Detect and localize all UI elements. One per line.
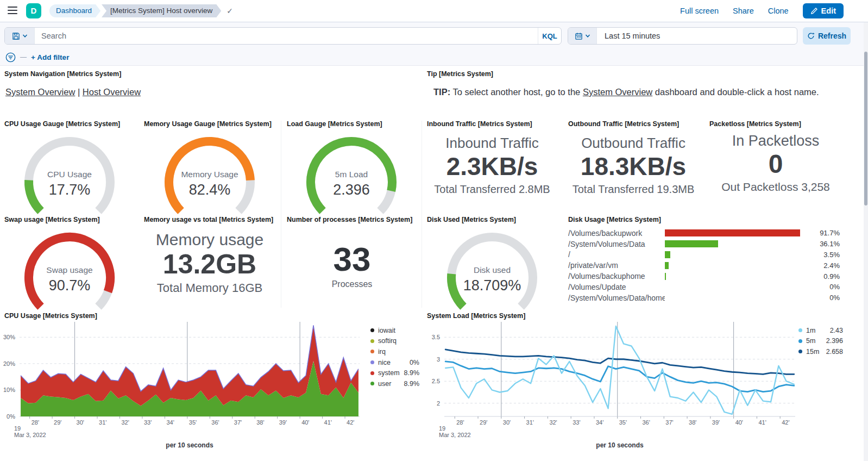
scrollbar-thumb[interactable]	[864, 52, 867, 205]
svg-text:37': 37'	[234, 419, 242, 426]
share-link[interactable]: Share	[733, 7, 754, 15]
deployment-avatar[interactable]: D	[26, 3, 41, 18]
swap-gauge-value: 90.7%	[15, 277, 124, 294]
search-input[interactable]	[35, 28, 538, 44]
refresh-button[interactable]: Refresh	[803, 27, 851, 45]
calendar-button[interactable]	[568, 28, 597, 44]
svg-text:40': 40'	[301, 419, 309, 426]
filter-dash: —	[20, 53, 27, 61]
legend-value: 8.9%	[404, 380, 420, 388]
legend-dot-icon	[798, 339, 802, 343]
legend-value: 2.396	[826, 337, 843, 345]
memory-usage-label: Memory usage	[139, 230, 280, 249]
disk-usage-bar[interactable]	[665, 273, 666, 280]
legend-item-iowait[interactable]: iowait	[370, 325, 419, 336]
kql-badge[interactable]: KQL	[538, 28, 561, 44]
svg-text:33': 33'	[144, 419, 152, 426]
disk-usage-bar-track	[665, 283, 813, 290]
cpu-usage-chart[interactable]: 0%10%20%30%28'29'30'31'32'33'34'35'36'37…	[0, 320, 422, 444]
svg-text:2: 2	[437, 400, 440, 407]
load-gauge-value: 2.396	[297, 182, 406, 198]
disk-used-gauge-label: Disk used	[438, 265, 546, 275]
breadcrumb-dashboard[interactable]: Dashboard	[49, 4, 100, 17]
panel-title-cpu-gauge: CPU Usage Gauge [Metrics System]	[4, 120, 120, 128]
panel-title-load-chart: System Load [Metrics System]	[427, 312, 525, 320]
panel-title-memory-vs-total: Memory usage vs total [Metrics System]	[144, 216, 273, 223]
disk-usage-bar-track	[665, 294, 813, 301]
legend-dot-icon	[370, 382, 374, 385]
disk-path-label: /Volumes/Update	[568, 283, 665, 291]
cpu-gauge-value: 17.7%	[15, 182, 124, 198]
clone-link[interactable]: Clone	[768, 7, 789, 15]
disk-usage-bar[interactable]	[665, 229, 800, 236]
disk-usage-bar[interactable]	[665, 240, 718, 247]
legend-item-nice[interactable]: nice0%	[370, 357, 419, 368]
time-range-value[interactable]: Last 15 minutes	[597, 28, 660, 44]
disk-usage-bar[interactable]	[665, 262, 669, 269]
disk-pct-value: 91.7%	[814, 229, 840, 237]
inbound-sub: Total Transferred 2.8MB	[422, 180, 563, 198]
edit-button[interactable]: Edit	[803, 3, 844, 18]
legend-item-irq[interactable]: irq	[370, 346, 419, 357]
packetloss-sub: Out Packetloss 3,258	[706, 178, 845, 196]
disk-path-label: /System/Volumes/Data	[568, 240, 665, 248]
breadcrumb-page-title[interactable]: [Metrics System] Host overview	[102, 4, 221, 17]
kibana-dashboard: D Dashboard [Metrics System] Host overvi…	[0, 0, 868, 461]
svg-text:19: 19	[439, 425, 445, 432]
legend-item-user[interactable]: user8.9%	[370, 378, 419, 389]
disk-usage-row: /3.5%	[568, 250, 840, 260]
svg-text:34': 34'	[166, 419, 174, 426]
saved-query-button[interactable]	[5, 28, 35, 44]
legend-value: 8.9%	[404, 369, 420, 377]
svg-text:10%: 10%	[3, 387, 15, 393]
disk-pct-value: 2.4%	[814, 261, 840, 270]
svg-text:38': 38'	[256, 419, 264, 426]
svg-text:42': 42'	[782, 419, 789, 426]
legend-item-softirq[interactable]: softirq	[370, 336, 419, 347]
panel-title-load-gauge: Load Gauge [Metrics System]	[287, 120, 382, 128]
svg-text:37': 37'	[665, 419, 673, 426]
legend-item-system[interactable]: system8.9%	[370, 367, 419, 378]
tip-system-overview-link[interactable]: System Overview	[583, 87, 652, 97]
svg-text:33': 33'	[573, 419, 580, 426]
disk-used-gauge-value: 18.709%	[438, 277, 546, 294]
disk-usage-bar[interactable]	[665, 251, 670, 258]
svg-text:32': 32'	[121, 419, 129, 426]
legend-label: iowait	[378, 327, 395, 334]
load-chart-xlabel: per 10 seconds	[444, 441, 795, 449]
legend-item-1m[interactable]: 1m2.43	[798, 325, 843, 336]
legend-label: system	[378, 369, 400, 377]
legend-value: 2.658	[826, 348, 843, 356]
legend-item-15m[interactable]: 15m2.658	[798, 346, 843, 357]
memory-usage-sub: Total Memory 16GB	[139, 279, 280, 297]
legend-label: irq	[378, 348, 386, 356]
svg-text:20%: 20%	[3, 360, 15, 367]
packetloss-value: 0	[706, 150, 845, 178]
cpu-usage-gauge: CPU Usage 17.7%	[15, 130, 124, 216]
disk-usage-row: /System/Volumes/Data/home0%	[568, 292, 840, 303]
host-overview-link[interactable]: Host Overview	[83, 87, 141, 97]
filter-row: — + Add filter	[5, 51, 69, 63]
svg-text:29': 29'	[480, 419, 487, 426]
disk-usage-bar-track	[665, 251, 813, 258]
legend-dot-icon	[370, 360, 374, 364]
svg-text:31': 31'	[526, 419, 534, 426]
legend-item-5m[interactable]: 5m2.396	[798, 336, 843, 347]
disk-pct-value: 0%	[814, 294, 840, 302]
tip-text: TIP: To select another host, go to the S…	[433, 87, 819, 97]
memory-gauge-value: 82.4%	[155, 182, 264, 198]
full-screen-link[interactable]: Full screen	[680, 7, 719, 15]
calendar-icon	[575, 32, 583, 40]
load-chart-legend: 1m2.435m2.39615m2.658	[798, 325, 843, 357]
saved-check-icon: ✓	[227, 7, 233, 15]
legend-label: softirq	[378, 337, 397, 345]
filter-icon[interactable]	[5, 52, 16, 63]
svg-text:36': 36'	[643, 419, 650, 426]
system-overview-link[interactable]: System Overview	[5, 87, 75, 97]
svg-text:Mar 3, 2022: Mar 3, 2022	[14, 432, 46, 438]
disk-path-label: /private/var/vm	[568, 261, 665, 270]
packetloss-metric: In Packetloss 0 Out Packetloss 3,258	[706, 132, 845, 196]
disk-usage-list: /Volumes/backupwork91.7%/System/Volumes/…	[568, 228, 840, 303]
menu-icon[interactable]	[8, 7, 17, 14]
add-filter-button[interactable]: + Add filter	[31, 53, 69, 61]
